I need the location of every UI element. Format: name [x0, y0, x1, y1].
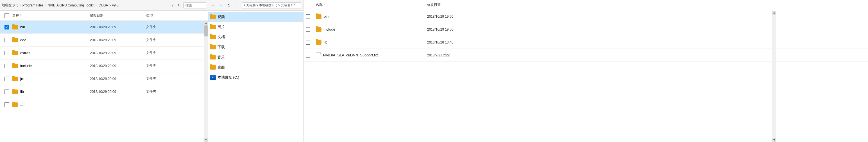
table-row[interactable]: extras 2018/10/29 20:09 文件夹 — [0, 46, 204, 60]
folder-icon — [316, 40, 321, 45]
folder-icon — [210, 55, 216, 60]
file-name-cell: ... — [11, 102, 90, 107]
path-segment-1[interactable]: 地磁盘 (C:) — [2, 3, 18, 8]
refresh-button[interactable]: ↻ — [226, 2, 232, 8]
right-file-list: bin 2018/10/29 19:50 include 2018/10/29 … — [304, 10, 868, 142]
chevron-down-icon[interactable]: ∨ — [170, 3, 175, 8]
table-row[interactable]: NVIDIA_SLA_cuDNN_Support.txt 2018/9/21 2… — [304, 49, 868, 62]
scroll-up-button[interactable]: ▲ — [204, 21, 208, 25]
folder-icon — [210, 45, 216, 49]
tree-item-videos[interactable]: 视频 — [208, 12, 303, 22]
file-type-cell: 文件夹 — [146, 76, 174, 81]
left-address-bar: 地磁盘 (C:) > Program Files > NVIDIA GPU Co… — [0, 0, 208, 11]
left-panel-body: ✓ bin 2018/10/29 20:09 文件夹 doc 2018/10 — [0, 21, 208, 142]
right-column-header-date[interactable]: 修改日期 — [427, 3, 495, 7]
folder-icon — [12, 64, 18, 68]
forward-button[interactable]: → — [218, 2, 224, 8]
tree-item-label: 视频 — [217, 14, 225, 20]
row-checkbox[interactable] — [306, 27, 310, 32]
nav-path-label: 此电脑 > 本地磁盘 (E:) > 安装包 > cudnn-9.0-window… — [246, 3, 299, 7]
table-row[interactable]: bin 2018/10/29 19:50 — [304, 10, 868, 23]
address-controls: ∨ ↻ — [170, 2, 206, 8]
left-column-headers: 名称 ^ 修改日期 类型 — [0, 11, 208, 21]
row-checkbox[interactable] — [4, 64, 9, 68]
tree-item-documents[interactable]: 文档 — [208, 32, 303, 42]
pc-icon: ■ — [244, 3, 246, 7]
column-header-type[interactable]: 类型 — [146, 13, 174, 18]
file-type-cell: 文件夹 — [146, 25, 174, 30]
scroll-down-button[interactable]: ▼ — [204, 138, 208, 142]
folder-icon — [210, 25, 216, 29]
folder-icon — [210, 14, 216, 19]
file-date-cell: 2018/10/29 20:09 — [90, 38, 146, 42]
right-select-all-checkbox[interactable] — [306, 3, 310, 7]
scroll-track[interactable] — [204, 25, 208, 138]
left-scrollbar[interactable]: ▲ ▼ — [204, 21, 208, 142]
folder-icon — [12, 90, 18, 94]
file-date-cell: 2018/10/29 20:09 — [90, 77, 146, 81]
table-row[interactable]: ✓ bin 2018/10/29 20:09 文件夹 — [0, 21, 204, 34]
tree-item-music[interactable]: 音乐 — [208, 52, 303, 62]
row-checkbox[interactable]: ✓ — [4, 25, 9, 30]
nav-path-display[interactable]: ■ 此电脑 > 本地磁盘 (E:) > 安装包 > cudnn-9.0-wind… — [242, 2, 301, 8]
file-name-label: bin — [20, 25, 25, 29]
row-checkbox[interactable] — [4, 90, 9, 94]
row-checkbox[interactable] — [4, 77, 9, 81]
tree-item-drive-c[interactable]: C 本地磁盘 (C:) — [208, 72, 303, 82]
tree-item-downloads[interactable]: 下载 — [208, 42, 303, 52]
row-checkbox[interactable] — [306, 53, 310, 58]
file-name-cell: bin — [11, 25, 90, 30]
table-row[interactable]: lib 2018/10/28 13:46 — [304, 36, 868, 49]
search-input[interactable] — [184, 2, 206, 8]
file-name-cell: extras — [11, 51, 90, 55]
path-segment-3[interactable]: NVIDIA GPU Computing Toolkit — [48, 3, 94, 7]
path-segment-5[interactable]: v9.0 — [112, 3, 119, 7]
table-row[interactable]: jre 2018/10/29 20:09 文件夹 — [0, 72, 204, 85]
table-row[interactable]: ... — [0, 98, 204, 111]
path-segment-2[interactable]: Program Files — [23, 3, 43, 7]
scroll-thumb[interactable] — [204, 25, 208, 36]
tree-item-label: 文档 — [217, 35, 225, 40]
scroll-track-mid[interactable] — [772, 14, 776, 138]
file-name-label: ... — [20, 102, 23, 107]
column-header-name[interactable]: 名称 ^ — [11, 13, 90, 18]
tree-item-label: 图片 — [217, 25, 225, 30]
row-checkbox[interactable] — [4, 102, 9, 107]
table-row[interactable]: include 2018/10/29 20:09 文件夹 — [0, 60, 204, 72]
row-checkbox[interactable] — [4, 38, 9, 42]
table-row[interactable]: doc 2018/10/29 20:09 文件夹 — [0, 34, 204, 46]
scroll-up-btn[interactable]: ▲ — [772, 11, 776, 14]
row-checkbox[interactable] — [306, 14, 310, 19]
sort-arrow-icon: ^ — [20, 14, 22, 17]
table-row[interactable]: lib 2018/10/29 20:09 文件夹 — [0, 85, 204, 98]
folder-icon — [210, 35, 216, 39]
table-row[interactable]: include 2018/10/29 19:50 — [304, 23, 868, 36]
path-segment-4[interactable]: CUDA — [99, 3, 108, 7]
file-date-cell: 2018/10/29 20:09 — [90, 51, 146, 55]
row-checkbox[interactable] — [4, 51, 9, 55]
middle-scrollbar[interactable]: ▲ ▼ — [772, 11, 776, 142]
folder-icon — [12, 77, 18, 81]
file-type-cell: 文件夹 — [146, 50, 174, 55]
back-button[interactable]: ← — [210, 2, 216, 8]
column-header-date[interactable]: 修改日期 — [90, 13, 146, 18]
file-type-cell: 文件夹 — [146, 89, 174, 94]
file-name-label: lib — [324, 40, 328, 44]
scroll-down-btn[interactable]: ▼ — [772, 138, 776, 142]
file-name-cell: doc — [11, 38, 90, 42]
select-all-checkbox[interactable] — [4, 13, 9, 18]
right-column-header-name[interactable]: 名称 ^ — [315, 3, 427, 7]
up-button[interactable]: ↑ — [234, 2, 240, 8]
left-file-list: ✓ bin 2018/10/29 20:09 文件夹 doc 2018/10 — [0, 21, 204, 142]
file-name-label: extras — [20, 51, 30, 55]
tree-item-desktop[interactable]: 桌面 — [208, 62, 303, 72]
row-checkbox[interactable] — [306, 40, 310, 45]
left-path: 地磁盘 (C:) > Program Files > NVIDIA GPU Co… — [2, 3, 169, 8]
file-name-cell: include — [11, 64, 90, 68]
tree-item-images[interactable]: 图片 — [208, 22, 303, 32]
file-date-cell: 2018/10/29 20:09 — [90, 25, 146, 29]
refresh-icon[interactable]: ↻ — [177, 3, 182, 8]
file-type-cell: 文件夹 — [146, 38, 174, 42]
drive-icon: C — [210, 75, 216, 80]
right-file-name-cell: NVIDIA_SLA_cuDNN_Support.txt — [315, 52, 427, 58]
